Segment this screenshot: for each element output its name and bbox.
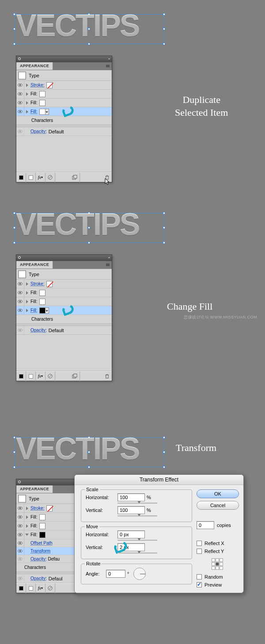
- scale-h-slider[interactable]: [117, 503, 157, 504]
- panel-menu-icon[interactable]: [104, 62, 112, 70]
- new-fill-button[interactable]: [26, 371, 36, 381]
- cancel-button[interactable]: Cancel: [197, 501, 239, 510]
- stroke-label[interactable]: Stroke:: [30, 83, 45, 87]
- delete-button[interactable]: [102, 371, 112, 381]
- visibility-toggle[interactable]: [16, 288, 24, 297]
- panel-titlebar[interactable]: [16, 479, 77, 485]
- disclosure-icon[interactable]: [24, 300, 30, 303]
- add-effect-button[interactable]: fx▾: [36, 583, 45, 593]
- stroke-row[interactable]: Stroke:: [16, 280, 112, 288]
- disclosure-icon[interactable]: [24, 524, 30, 528]
- fill-swatch-black[interactable]: [39, 532, 45, 538]
- disclosure-icon[interactable]: [24, 282, 30, 286]
- characters-row[interactable]: Characters: [16, 315, 112, 323]
- fill-opacity-row[interactable]: Opacity: Defau: [16, 555, 77, 563]
- opacity-row[interactable]: Opacity: Defaul: [16, 574, 77, 583]
- disclosure-icon[interactable]: [24, 507, 30, 510]
- stroke-row[interactable]: Stroke:: [16, 81, 112, 90]
- visibility-toggle[interactable]: [16, 504, 24, 513]
- fill-swatch[interactable]: [39, 100, 45, 106]
- clear-button[interactable]: [45, 371, 55, 381]
- clear-button[interactable]: [45, 173, 55, 182]
- disclosure-icon[interactable]: [24, 291, 30, 295]
- panel-titlebar[interactable]: ◀◀: [16, 255, 112, 261]
- stroke-row[interactable]: Stroke:: [16, 504, 77, 513]
- fill-swatch[interactable]: [39, 523, 45, 529]
- appearance-tab[interactable]: APPEARANCE: [16, 261, 53, 269]
- characters-row[interactable]: Characters: [16, 116, 112, 125]
- ok-button[interactable]: OK: [197, 489, 239, 498]
- move-v-input[interactable]: [117, 543, 145, 551]
- visibility-toggle[interactable]: [16, 522, 24, 530]
- fill-swatch[interactable]: [39, 290, 45, 296]
- fill-dropdown[interactable]: [45, 109, 49, 115]
- move-v-slider[interactable]: [117, 553, 157, 553]
- opacity-label[interactable]: Opacity:: [24, 129, 47, 134]
- new-fill-button[interactable]: [26, 173, 36, 182]
- effect-transform[interactable]: Transform: [16, 547, 77, 555]
- fill-row[interactable]: Fill:: [16, 98, 112, 107]
- random-checkbox[interactable]: Random: [197, 574, 239, 580]
- opacity-row[interactable]: Opacity: Default: [16, 127, 112, 136]
- visibility-toggle[interactable]: [16, 574, 24, 583]
- panel-titlebar[interactable]: ◀◀: [16, 56, 112, 62]
- fill-swatch-black[interactable]: [39, 307, 45, 314]
- visibility-toggle[interactable]: [16, 127, 24, 136]
- move-h-slider[interactable]: [117, 540, 157, 541]
- visibility-toggle[interactable]: [16, 81, 24, 90]
- disclosure-icon[interactable]: [24, 309, 30, 312]
- reflect-y-checkbox[interactable]: Reflect Y: [197, 549, 239, 554]
- duplicate-button[interactable]: [70, 173, 80, 182]
- opacity-label[interactable]: Opacity:: [24, 576, 47, 581]
- scale-v-slider[interactable]: [117, 515, 157, 516]
- angle-dial[interactable]: [133, 568, 146, 580]
- fill-row[interactable]: Fill:: [16, 288, 112, 297]
- stroke-label[interactable]: Stroke:: [30, 506, 45, 511]
- fill-row-selected[interactable]: Fill:: [16, 306, 112, 315]
- fill-label[interactable]: Fill:: [30, 308, 38, 313]
- effect-offset-path[interactable]: Offset Path: [16, 539, 77, 547]
- stroke-label[interactable]: Stroke:: [30, 281, 45, 286]
- stroke-swatch-none[interactable]: [46, 281, 53, 287]
- new-stroke-button[interactable]: [16, 371, 26, 381]
- add-effect-button[interactable]: fx▾: [36, 371, 45, 381]
- scale-h-input[interactable]: [117, 493, 145, 501]
- visibility-toggle[interactable]: [16, 306, 24, 315]
- collapse-icon[interactable]: ◀◀: [108, 257, 109, 258]
- visibility-toggle[interactable]: [16, 107, 24, 116]
- visibility-toggle[interactable]: [16, 280, 24, 288]
- panel-menu-icon[interactable]: [104, 261, 112, 269]
- visibility-toggle[interactable]: [16, 513, 24, 522]
- appearance-tab[interactable]: APPEARANCE: [16, 62, 53, 70]
- fill-row[interactable]: Fill:: [16, 513, 77, 522]
- move-h-input[interactable]: [117, 530, 145, 538]
- delete-button[interactable]: [102, 173, 112, 182]
- type-row[interactable]: Type: [16, 70, 112, 81]
- visibility-toggle[interactable]: [16, 297, 24, 306]
- new-stroke-button[interactable]: [16, 173, 26, 182]
- visibility-toggle[interactable]: [16, 326, 24, 335]
- visibility-toggle[interactable]: [16, 530, 24, 539]
- collapse-icon[interactable]: ◀◀: [108, 58, 109, 60]
- add-effect-button[interactable]: fx▾: [36, 173, 45, 182]
- disclosure-icon[interactable]: [24, 515, 30, 519]
- fill-swatch[interactable]: [39, 91, 45, 97]
- fill-row[interactable]: Fill:: [16, 522, 77, 530]
- copies-input[interactable]: [197, 521, 214, 529]
- fill-row[interactable]: Fill:: [16, 297, 112, 306]
- angle-input[interactable]: [106, 570, 125, 578]
- disclosure-icon[interactable]: [24, 110, 30, 114]
- anchor-point-grid[interactable]: [212, 558, 223, 570]
- visibility-toggle[interactable]: [16, 98, 24, 107]
- disclosure-icon[interactable]: [24, 92, 30, 96]
- fill-row-expanded[interactable]: Fill:: [16, 530, 77, 539]
- visibility-toggle[interactable]: [16, 547, 24, 556]
- clear-button[interactable]: [45, 583, 55, 593]
- new-fill-button[interactable]: [26, 583, 36, 593]
- fill-row[interactable]: Fill:: [16, 90, 112, 98]
- fill-row-selected[interactable]: Fill:: [16, 107, 112, 116]
- opacity-row[interactable]: Opacity: Default: [16, 326, 112, 335]
- fill-swatch[interactable]: [39, 299, 45, 305]
- fill-swatch[interactable]: [39, 514, 45, 520]
- appearance-tab[interactable]: APPEARANCE: [16, 485, 53, 493]
